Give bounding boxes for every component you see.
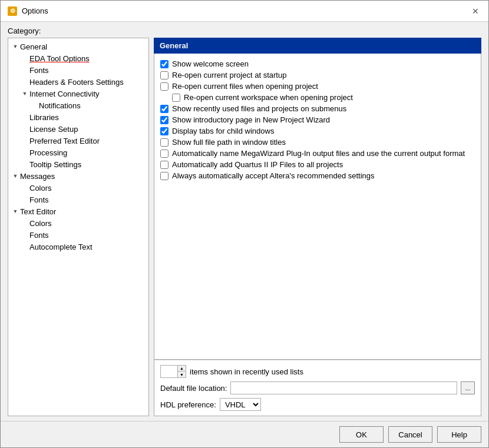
spinner-up[interactable]: ▲ xyxy=(177,366,186,371)
option-row-show-intro-page: Show introductory page in New Project Wi… xyxy=(160,114,475,125)
expander-preferred-text-editor xyxy=(20,136,29,145)
tree-item-preferred-text-editor[interactable]: Preferred Text Editor xyxy=(8,135,148,147)
tree-label-colors-1: Colors xyxy=(29,184,52,193)
checkbox-show-full-path[interactable] xyxy=(160,138,168,147)
checkbox-always-accept-altera[interactable] xyxy=(160,172,168,180)
expander-libraries xyxy=(20,112,29,122)
dialog-footer: OK Cancel Help xyxy=(1,421,488,447)
expander-text-editor: ▼ xyxy=(11,207,20,216)
expander-fonts-1 xyxy=(20,65,29,75)
expander-general: ▼ xyxy=(11,42,20,51)
hdl-row: HDL preference: VHDLVerilog xyxy=(160,398,475,411)
default-file-row: Default file location: ... xyxy=(160,381,475,394)
tree-item-fonts-1[interactable]: Fonts xyxy=(8,64,148,76)
recently-used-label: items shown in recently used lists xyxy=(190,367,303,376)
expander-internet-connectivity: ▼ xyxy=(20,89,29,98)
tree-label-libraries: Libraries xyxy=(29,113,59,122)
section-header: General xyxy=(154,38,481,54)
tree-label-fonts-2: Fonts xyxy=(29,195,49,204)
tree-label-license-setup: License Setup xyxy=(29,125,78,134)
close-button[interactable]: ✕ xyxy=(470,5,481,17)
expander-autocomplete-text xyxy=(20,242,29,251)
recently-used-input[interactable]: 5 xyxy=(161,366,177,377)
tree-item-internet-connectivity[interactable]: ▼Internet Connectivity xyxy=(8,88,148,99)
help-button[interactable]: Help xyxy=(437,426,481,443)
checkbox-auto-name-megawizard[interactable] xyxy=(160,150,168,158)
expander-fonts-3 xyxy=(20,230,29,240)
tree-label-text-editor: Text Editor xyxy=(20,207,56,216)
label-reopen-project: Re-open current project at startup xyxy=(172,71,286,79)
tree-item-libraries[interactable]: Libraries xyxy=(8,111,148,123)
checkbox-show-intro-page[interactable] xyxy=(160,116,168,124)
tree-label-general: General xyxy=(20,42,47,51)
category-tree: ▼GeneralEDA Tool OptionsFontsHeaders & F… xyxy=(8,38,149,416)
tree-item-license-setup[interactable]: License Setup xyxy=(8,123,148,135)
tree-label-eda-tool-options: EDA Tool Options xyxy=(29,54,90,63)
expander-notifications xyxy=(29,101,39,110)
checkbox-reopen-project[interactable] xyxy=(160,71,168,79)
tree-item-messages[interactable]: ▼Messages xyxy=(8,170,148,182)
tree-item-headers-footers[interactable]: Headers & Footers Settings xyxy=(8,76,148,88)
browse-button[interactable]: ... xyxy=(461,381,475,394)
expander-tooltip-settings xyxy=(20,160,29,169)
tree-label-processing: Processing xyxy=(29,148,67,157)
tree-item-tooltip-settings[interactable]: Tooltip Settings xyxy=(8,158,148,170)
expander-processing xyxy=(20,148,29,157)
app-icon: ⚙ xyxy=(8,6,17,16)
checkbox-show-welcome[interactable] xyxy=(160,60,168,68)
recently-used-spinner[interactable]: 5 ▲ ▼ xyxy=(160,365,186,378)
option-row-auto-name-megawizard: Automatically name MegaWizard Plug-In ou… xyxy=(160,148,475,159)
category-label: Category: xyxy=(1,22,488,38)
default-file-input[interactable] xyxy=(230,381,457,394)
option-row-show-recently-used: Show recently used files and projects on… xyxy=(160,103,475,114)
tree-label-colors-2: Colors xyxy=(29,219,52,228)
label-show-full-path: Show full file path in window titles xyxy=(172,138,286,147)
tree-item-notifications[interactable]: Notifications xyxy=(8,99,148,111)
tree-label-headers-footers: Headers & Footers Settings xyxy=(29,78,124,87)
tree-item-fonts-3[interactable]: Fonts xyxy=(8,229,148,241)
options-area: Show welcome screenRe-open current proje… xyxy=(154,54,481,360)
tree-item-text-editor[interactable]: ▼Text Editor xyxy=(8,205,148,217)
expander-colors-2 xyxy=(20,218,29,228)
option-row-show-welcome: Show welcome screen xyxy=(160,58,475,69)
option-row-reopen-project: Re-open current project at startup xyxy=(160,69,475,81)
checkbox-reopen-workspace[interactable] xyxy=(172,94,180,102)
tree-label-fonts-3: Fonts xyxy=(29,231,49,240)
label-show-welcome: Show welcome screen xyxy=(172,59,249,68)
label-display-tabs: Display tabs for child windows xyxy=(172,127,274,135)
recently-used-row: 5 ▲ ▼ items shown in recently used lists xyxy=(160,365,475,378)
spinner-down[interactable]: ▼ xyxy=(177,371,186,377)
option-row-display-tabs: Display tabs for child windows xyxy=(160,125,475,137)
tree-item-eda-tool-options[interactable]: EDA Tool Options xyxy=(8,52,148,64)
tree-item-general[interactable]: ▼General xyxy=(8,41,148,52)
tree-label-messages: Messages xyxy=(20,172,55,181)
tree-item-colors-1[interactable]: Colors xyxy=(8,182,148,194)
option-row-always-accept-altera: Always automatically accept Altera's rec… xyxy=(160,170,475,181)
expander-headers-footers xyxy=(20,77,29,87)
expander-colors-1 xyxy=(20,183,29,193)
tree-item-fonts-2[interactable]: Fonts xyxy=(8,194,148,205)
checkbox-show-recently-used[interactable] xyxy=(160,105,168,113)
checkbox-reopen-files[interactable] xyxy=(160,82,168,91)
label-auto-name-megawizard: Automatically name MegaWizard Plug-In ou… xyxy=(172,149,465,158)
hdl-select[interactable]: VHDLVerilog xyxy=(220,398,261,411)
label-show-recently-used: Show recently used files and projects on… xyxy=(172,104,346,113)
spinner-buttons: ▲ ▼ xyxy=(177,366,186,377)
option-row-reopen-files: Re-open current files when opening proje… xyxy=(160,81,475,92)
checkbox-auto-add-quartus[interactable] xyxy=(160,161,168,169)
checkbox-display-tabs[interactable] xyxy=(160,127,168,135)
cancel-button[interactable]: Cancel xyxy=(388,426,432,443)
tree-item-colors-2[interactable]: Colors xyxy=(8,217,148,229)
expander-messages: ▼ xyxy=(11,171,20,181)
tree-item-autocomplete-text[interactable]: Autocomplete Text xyxy=(8,241,148,253)
ok-button[interactable]: OK xyxy=(339,426,384,443)
label-always-accept-altera: Always automatically accept Altera's rec… xyxy=(172,171,375,180)
label-reopen-files: Re-open current files when opening proje… xyxy=(172,82,318,91)
tree-label-autocomplete-text: Autocomplete Text xyxy=(29,243,92,251)
label-auto-add-quartus: Automatically add Quartus II IP Files to… xyxy=(172,160,343,169)
dialog-title: Options xyxy=(22,6,48,15)
tree-item-processing[interactable]: Processing xyxy=(8,147,148,158)
expander-fonts-2 xyxy=(20,195,29,204)
hdl-label: HDL preference: xyxy=(160,400,216,409)
title-bar-left: ⚙ Options xyxy=(8,6,48,16)
